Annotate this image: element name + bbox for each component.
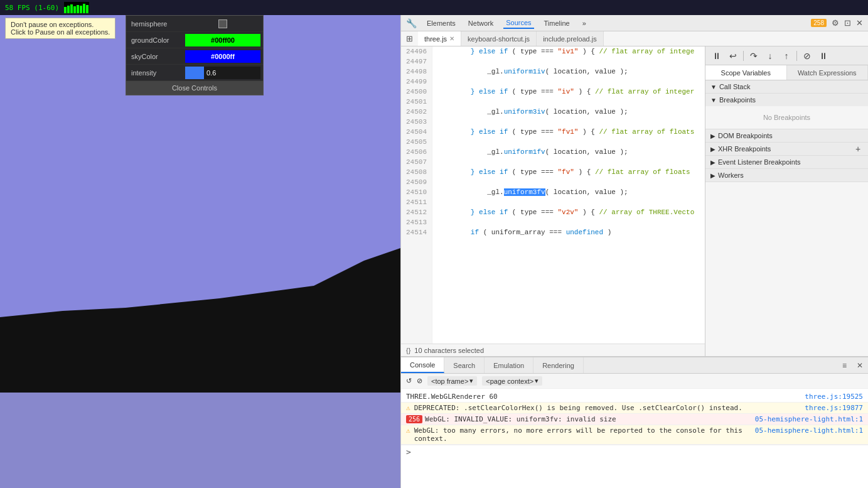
bottom-tabs: Console Search Emulation Rendering ≡ ✕ <box>401 357 868 374</box>
status-curly: {} <box>406 347 410 354</box>
workers-label: Workers <box>718 171 744 179</box>
top-bar: 58 FPS (1-60) <box>0 0 868 15</box>
console-entry-3-src[interactable]: 05-hemisphere-light.html:1 <box>755 415 863 423</box>
workers-section: ▶ Workers <box>705 169 868 182</box>
file-tab-threejs-close[interactable]: ✕ <box>449 35 454 42</box>
dom-breakpoints-label: DOM Breakpoints <box>718 132 773 139</box>
code-line <box>437 117 700 127</box>
hemisphere-label: hemisphere <box>126 20 183 28</box>
close-devtools-icon[interactable]: ✕ <box>856 18 863 28</box>
close-controls-button[interactable]: Close Controls <box>126 81 263 95</box>
resume-button[interactable]: ↩ <box>727 50 739 62</box>
xhr-breakpoints-header[interactable]: ▶ XHR Breakpoints + <box>705 143 868 155</box>
tab-network[interactable]: Network <box>466 18 496 28</box>
bottom-close-icon[interactable]: ✕ <box>852 361 868 370</box>
code-line: _gl.uniform3iv( location, value ); <box>437 107 700 117</box>
debug-controls: ⏸ ↩ ↷ ↓ ↑ ⊘ ⏸ <box>705 46 868 65</box>
btab-console[interactable]: Console <box>401 357 444 373</box>
tab-more[interactable]: » <box>580 18 589 28</box>
file-tab-include[interactable]: include.preload.js <box>537 31 604 46</box>
bottom-area: Console Search Emulation Rendering ≡ ✕ ↺… <box>401 356 868 488</box>
pause-tooltip[interactable]: Don't pause on exceptions. Click to Paus… <box>5 18 115 39</box>
btab-emulation[interactable]: Emulation <box>485 357 533 373</box>
fps-graph <box>64 2 89 13</box>
intensity-value: 0.6 <box>183 67 263 79</box>
step-out-button[interactable]: ↑ <box>780 50 793 62</box>
no-breakpoints: No Breakpoints <box>710 109 863 126</box>
tab-timeline[interactable]: Timeline <box>542 18 572 28</box>
code-line: } else if ( type === "fv1" ) { // flat a… <box>437 127 700 137</box>
console-entry-4-src[interactable]: 05-hemisphere-light.html:1 <box>755 426 863 435</box>
console-entry-2: ⚠ DEPRECATED: .setClearColorHex() is bei… <box>401 403 868 414</box>
intensity-label: intensity <box>126 69 183 77</box>
groundcolor-swatch[interactable]: #00ff00 <box>185 34 260 46</box>
code-lines[interactable]: } else if ( type === "iv1" ) { // flat a… <box>432 46 705 344</box>
workers-header[interactable]: ▶ Workers <box>705 169 868 182</box>
warn-icon-1: ⚠ <box>406 404 410 412</box>
debug-sections: ▼ Call Stack ▼ Breakpoints No Breakpoint… <box>705 80 868 356</box>
sidebar-toggle[interactable]: ⊞ <box>401 34 418 43</box>
skycolor-value: #0000ff <box>183 50 263 63</box>
step-over-button[interactable]: ↷ <box>747 50 760 62</box>
code-line <box>437 97 700 107</box>
tab-sources[interactable]: Sources <box>503 18 533 29</box>
xhr-add-button[interactable]: + <box>853 144 863 154</box>
context-selector[interactable]: <page context> ▾ <box>482 376 542 386</box>
call-stack-header[interactable]: ▼ Call Stack <box>705 80 868 93</box>
tab-watch-expressions[interactable]: Watch Expressions <box>787 65 869 80</box>
event-breakpoints-label: Event Listener Breakpoints <box>718 158 800 166</box>
settings-icon[interactable]: ⚙ <box>832 18 839 28</box>
intensity-bar <box>185 67 204 79</box>
intensity-bar-container[interactable]: 0.6 <box>185 67 260 79</box>
deactivate-button[interactable]: ⊘ <box>801 50 813 62</box>
tab-scope-variables[interactable]: Scope Variables <box>705 65 787 80</box>
right-panel: ⏸ ↩ ↷ ↓ ↑ ⊘ ⏸ Scope Variables Wat <box>705 46 868 356</box>
svg-rect-3 <box>73 6 76 13</box>
devtools-icon: 🔧 <box>406 18 417 28</box>
breakpoints-header[interactable]: ▼ Breakpoints <box>705 94 868 106</box>
console-entry-4-msg: WebGL: too many errors, no more errors w… <box>414 426 750 443</box>
frame-selector[interactable]: <top frame> ▾ <box>427 376 477 386</box>
console-clear-icon[interactable]: ↺ <box>406 377 412 385</box>
devtools-toolbar: 🔧 Elements Network Sources Timeline » 25… <box>401 15 868 31</box>
file-tab-keyboard[interactable]: keyboard-shortcut.js <box>461 31 537 46</box>
console-entry-1-src[interactable]: three.js:19525 <box>805 393 863 401</box>
console-entry-3: 256 WebGL: INVALID_VALUE: uniform3fv: in… <box>401 414 868 425</box>
console-filter-icon[interactable]: ⊘ <box>417 377 422 385</box>
file-tab-include-label: include.preload.js <box>543 35 597 43</box>
skycolor-swatch[interactable]: #0000ff <box>185 50 260 63</box>
dom-breakpoints-header[interactable]: ▶ DOM Breakpoints <box>705 129 868 142</box>
skycolor-row: skyColor #0000ff <box>126 48 263 65</box>
event-breakpoints-header[interactable]: ▶ Event Listener Breakpoints <box>705 156 868 168</box>
step-into-button[interactable]: ↓ <box>764 50 776 62</box>
workers-arrow: ▶ <box>710 172 715 179</box>
console-entry-2-src[interactable]: three.js:19877 <box>805 404 863 412</box>
line-numbers: 24496 24497 24498 24499 24500 24501 2450… <box>401 46 432 344</box>
call-stack-label: Call Stack <box>719 83 751 90</box>
code-line <box>437 157 700 167</box>
dock-icon[interactable]: ⊡ <box>844 18 851 28</box>
call-stack-arrow: ▼ <box>710 84 717 90</box>
controls-panel: hemisphere groundColor #00ff00 skyColor <box>126 15 264 95</box>
btab-search[interactable]: Search <box>444 357 485 373</box>
call-stack-section: ▼ Call Stack <box>705 80 868 94</box>
console-entry-1-msg: THREE.WebGLRenderer 60 <box>406 393 800 401</box>
code-editor: 24496 24497 24498 24499 24500 24501 2450… <box>401 46 705 344</box>
bottom-menu-icon[interactable]: ≡ <box>837 361 852 370</box>
file-tab-threejs[interactable]: three.js ✕ <box>418 31 461 46</box>
pause-button[interactable]: ⏸ <box>710 50 723 62</box>
breakpoints-content: No Breakpoints <box>705 106 868 129</box>
svg-rect-4 <box>77 5 79 13</box>
pause-exceptions-button[interactable]: ⏸ <box>817 50 830 62</box>
btab-rendering[interactable]: Rendering <box>533 357 584 373</box>
file-tabs: ⊞ three.js ✕ keyboard-shortcut.js includ… <box>401 31 868 46</box>
breakpoints-label: Breakpoints <box>719 96 756 104</box>
tab-elements[interactable]: Elements <box>424 18 458 28</box>
code-line <box>437 177 700 187</box>
intensity-val: 0.6 <box>206 69 216 77</box>
hemisphere-checkbox[interactable] <box>218 19 227 28</box>
svg-rect-0 <box>64 7 67 13</box>
console-input[interactable] <box>414 448 863 456</box>
code-line: } else if ( type === "v2v" ) { // array … <box>437 207 700 217</box>
devtools-panel: 🔧 Elements Network Sources Timeline » 25… <box>400 15 868 488</box>
